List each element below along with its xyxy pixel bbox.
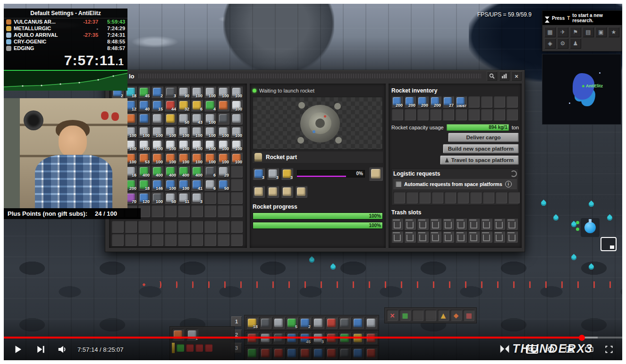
next-button[interactable] bbox=[34, 343, 46, 356]
item-slot[interactable] bbox=[404, 109, 416, 120]
item-slot[interactable] bbox=[493, 218, 505, 230]
item-slot[interactable]: 146 bbox=[151, 178, 163, 191]
video-player[interactable]: lo × 21845239010010010010010012401544326… bbox=[4, 4, 622, 360]
item-slot[interactable] bbox=[178, 220, 190, 233]
item-slot[interactable] bbox=[468, 231, 480, 243]
stats-button[interactable] bbox=[499, 71, 509, 81]
item-slot[interactable] bbox=[125, 220, 137, 233]
card-icon-button[interactable]: ▣ bbox=[595, 27, 607, 37]
fullscreen-button[interactable] bbox=[603, 344, 615, 355]
item-slot[interactable]: 100 bbox=[138, 139, 150, 151]
item-slot[interactable]: 53 bbox=[138, 152, 150, 164]
item-slot[interactable]: 50 bbox=[164, 192, 177, 204]
item-slot[interactable]: 100 bbox=[204, 126, 216, 138]
item-slot[interactable]: 100 bbox=[204, 112, 216, 125]
item-slot[interactable]: 100 bbox=[151, 192, 163, 204]
item-slot[interactable]: 400 bbox=[178, 165, 190, 178]
item-slot[interactable]: 100 bbox=[164, 126, 177, 138]
item-slot[interactable] bbox=[230, 234, 243, 246]
item-slot[interactable] bbox=[352, 317, 364, 329]
item-slot[interactable]: 100 bbox=[217, 152, 229, 164]
item-slot[interactable] bbox=[493, 231, 505, 243]
item-slot[interactable] bbox=[442, 109, 454, 120]
item-slot[interactable]: 100 bbox=[151, 139, 163, 151]
item-slot[interactable]: 200 bbox=[417, 96, 429, 108]
item-slot[interactable]: 100 bbox=[230, 139, 243, 151]
item-slot[interactable]: 120 bbox=[138, 192, 150, 204]
item-slot[interactable] bbox=[217, 99, 229, 111]
item-slot[interactable] bbox=[164, 234, 177, 246]
item-slot[interactable] bbox=[365, 317, 377, 329]
item-slot[interactable] bbox=[230, 192, 243, 204]
item-slot[interactable]: 90 bbox=[178, 86, 190, 98]
item-slot[interactable] bbox=[430, 109, 441, 120]
item-slot[interactable]: 43 bbox=[191, 112, 203, 125]
item-slot[interactable] bbox=[391, 231, 403, 243]
item-slot[interactable] bbox=[217, 205, 229, 217]
item-slot[interactable]: 100 bbox=[138, 126, 150, 138]
item-slot[interactable]: 5 bbox=[286, 317, 298, 329]
module-icon-button[interactable]: ▤ bbox=[583, 27, 594, 37]
item-slot[interactable] bbox=[457, 192, 469, 203]
flag-icon-button[interactable]: ⚑ bbox=[570, 27, 581, 37]
item-slot[interactable] bbox=[164, 112, 177, 125]
item-slot[interactable] bbox=[138, 220, 150, 233]
item-slot[interactable] bbox=[417, 109, 429, 120]
item-slot[interactable]: 50 bbox=[178, 112, 190, 125]
item-slot[interactable] bbox=[404, 218, 416, 230]
item-slot[interactable] bbox=[217, 220, 229, 233]
theater-button[interactable] bbox=[584, 344, 595, 355]
item-slot[interactable] bbox=[191, 234, 203, 246]
item-slot[interactable]: 100 bbox=[204, 152, 216, 164]
item-slot[interactable]: 100 bbox=[230, 99, 243, 111]
item-slot[interactable]: 15 bbox=[151, 99, 163, 111]
minimap[interactable]: AntiElitz bbox=[542, 54, 621, 125]
item-slot[interactable] bbox=[417, 218, 429, 230]
item-slot[interactable]: 3 bbox=[267, 168, 279, 180]
item-slot[interactable] bbox=[468, 109, 480, 120]
item-slot[interactable] bbox=[230, 220, 243, 233]
item-slot[interactable]: 100 bbox=[230, 152, 243, 164]
item-slot[interactable] bbox=[482, 192, 494, 203]
item-slot[interactable] bbox=[259, 317, 271, 329]
item-slot[interactable] bbox=[468, 96, 480, 108]
item-slot[interactable] bbox=[419, 192, 431, 203]
item-slot[interactable] bbox=[151, 112, 163, 125]
item-slot[interactable] bbox=[281, 186, 293, 198]
item-slot[interactable]: 400 bbox=[151, 165, 163, 178]
item-slot[interactable]: 27 bbox=[442, 96, 454, 108]
item-slot[interactable]: 32 bbox=[178, 99, 190, 111]
item-slot[interactable]: 100 bbox=[191, 86, 203, 98]
item-slot[interactable] bbox=[444, 192, 456, 203]
item-slot[interactable] bbox=[111, 234, 124, 246]
item-slot[interactable]: 3 bbox=[164, 86, 177, 98]
item-slot[interactable] bbox=[495, 192, 507, 203]
item-slot[interactable]: 100 bbox=[178, 139, 190, 151]
item-slot[interactable] bbox=[442, 218, 454, 230]
item-slot[interactable] bbox=[204, 192, 216, 204]
item-slot[interactable] bbox=[481, 231, 492, 243]
diamond-icon-button[interactable]: ◈ bbox=[544, 38, 556, 49]
item-slot[interactable]: 18 bbox=[138, 178, 150, 191]
item-slot[interactable] bbox=[493, 109, 505, 120]
item-slot[interactable] bbox=[369, 167, 383, 181]
item-slot[interactable] bbox=[272, 317, 285, 329]
refresh-icon[interactable] bbox=[510, 170, 517, 177]
item-slot[interactable] bbox=[217, 112, 229, 125]
item-slot[interactable]: 50 bbox=[217, 178, 229, 191]
item-slot[interactable] bbox=[393, 192, 405, 203]
item-slot[interactable] bbox=[125, 234, 137, 246]
item-slot[interactable]: 40 bbox=[138, 99, 150, 111]
item-slot[interactable]: 11 bbox=[178, 192, 190, 204]
item-slot[interactable] bbox=[391, 109, 403, 120]
item-slot[interactable]: 100 bbox=[230, 126, 243, 138]
item-slot[interactable] bbox=[111, 220, 124, 233]
item-slot[interactable]: 6 bbox=[204, 165, 216, 178]
item-slot[interactable] bbox=[138, 234, 150, 246]
item-slot[interactable] bbox=[151, 205, 163, 217]
item-slot[interactable] bbox=[230, 112, 243, 125]
item-slot[interactable] bbox=[417, 231, 429, 243]
deliver-cargo-button[interactable]: Deliver cargo bbox=[448, 133, 519, 142]
item-slot[interactable] bbox=[455, 218, 467, 230]
item-slot[interactable] bbox=[230, 165, 243, 178]
